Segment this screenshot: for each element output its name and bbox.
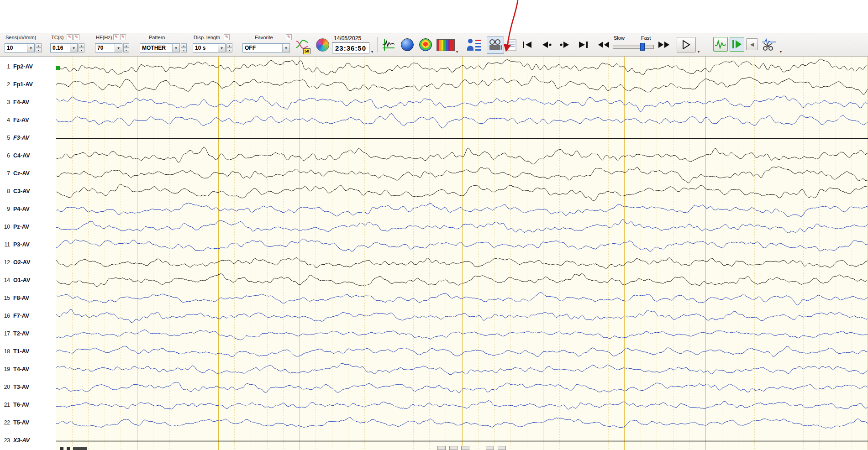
favorite-combobox[interactable]: OFF ▾ [242,43,290,52]
channel-row[interactable]: 11 P3-AV [0,241,54,248]
channel-label[interactable]: O1-AV [13,277,30,283]
channel-label[interactable]: O2-AV [13,259,30,266]
play-dropdown-icon[interactable]: ▾ [698,50,700,54]
skip-to-start-button[interactable] [521,39,534,51]
channel-label[interactable]: P4-AV [13,206,30,212]
speed-slider-track[interactable] [613,45,654,49]
channel-label[interactable]: T1-AV [13,348,29,355]
tc-edit2-icon[interactable]: ✎ [74,34,79,40]
hf-combobox[interactable]: 70 ▾ [95,43,122,52]
prev-page-button[interactable]: ◀ [746,38,758,50]
eeg-trace-area[interactable] [56,56,868,450]
channel-label[interactable]: Pz-AV [13,224,29,230]
brain-map-blue-icon[interactable] [401,38,414,51]
channel-row[interactable]: 7 Cz-AV [0,170,54,177]
channel-label[interactable]: C4-AV [13,152,30,159]
spectrogram-button[interactable] [437,39,455,51]
video-button[interactable] [487,37,504,54]
channel-row[interactable]: 2 Fp1-AV [0,81,54,88]
channel-label[interactable]: T2-AV [13,330,29,337]
event-marker-button[interactable] [506,38,518,52]
channel-row[interactable]: 17 T2-AV [0,330,54,337]
spin-up-icon[interactable]: ▲ [123,43,129,48]
channel-row[interactable]: 8 C3-AV [0,188,54,195]
channel-label[interactable]: F4-AV [13,99,29,105]
channel-row[interactable]: 23 X3-AV [0,437,54,444]
channel-label[interactable]: T3-AV [13,384,29,390]
channel-row[interactable]: 5 F3-AV [0,134,54,141]
channel-row[interactable]: 3 F4-AV [0,99,54,106]
bottom-widget[interactable] [437,446,446,450]
chevron-down-icon[interactable]: ▾ [70,44,77,52]
channel-label[interactable]: F3-AV [13,135,29,141]
tc-combobox[interactable]: 0.16 ▾ [50,43,78,52]
play-button[interactable] [677,37,696,52]
live-monitor-button[interactable] [730,37,744,52]
chevron-down-icon[interactable]: ▾ [115,44,122,52]
channel-row[interactable]: 9 P4-AV [0,205,54,213]
channel-label[interactable]: Fp1-AV [13,81,33,88]
tc-stepper[interactable]: ▲ ▼ [79,43,84,52]
time-dropdown-icon[interactable]: ▾ [371,50,373,54]
channel-row[interactable]: 4 Fz-AV [0,116,54,124]
channel-row[interactable]: 1 Fp2-AV [0,63,54,70]
channel-label[interactable]: T4-AV [13,366,29,372]
hf-stepper[interactable]: ▲ ▼ [123,43,129,52]
channel-label[interactable]: Cz-AV [13,170,30,177]
channel-row[interactable]: 22 T5-AV [0,419,54,426]
notch-50-badge[interactable]: 50 [303,48,310,54]
channel-row[interactable]: 10 Pz-AV [0,223,54,230]
chevron-down-icon[interactable]: ▾ [172,44,179,52]
channel-label[interactable]: T6-AV [13,402,29,408]
bottom-widget[interactable] [449,446,458,450]
channel-label[interactable]: X3-AV [13,437,30,444]
fast-rewind-button[interactable] [596,39,611,51]
disp-length-edit-icon[interactable]: ✎ [224,34,230,40]
favorite-edit-icon[interactable]: ✎ [286,34,292,40]
patient-info-button[interactable] [466,37,483,52]
skip-to-end-button[interactable] [576,39,590,51]
tc-edit-icon[interactable]: ✎ [67,34,73,40]
spin-up-icon[interactable]: ▲ [36,43,42,48]
step-back-button[interactable] [540,39,553,51]
bottom-widget[interactable] [461,446,469,450]
spin-down-icon[interactable]: ▼ [123,48,129,52]
chevron-down-icon[interactable]: ▾ [27,44,34,52]
pattern-stepper[interactable]: ▲ ▼ [181,43,187,52]
bottom-widget[interactable] [498,446,506,450]
spin-down-icon[interactable]: ▼ [226,48,232,52]
channel-label[interactable]: T5-AV [13,419,29,426]
spin-down-icon[interactable]: ▼ [181,48,187,52]
disp-length-stepper[interactable]: ▲ ▼ [226,43,232,52]
channel-label[interactable]: F7-AV [13,313,29,319]
chevron-down-icon[interactable]: ▾ [218,44,225,52]
channel-row[interactable]: 18 T1-AV [0,348,54,355]
pattern-combobox[interactable]: MOTHER ▾ [140,43,180,52]
channel-label[interactable]: Fz-AV [13,117,29,123]
channel-row[interactable]: 21 T6-AV [0,401,54,408]
disp-length-combobox[interactable]: 10 s ▾ [193,43,226,52]
spin-up-icon[interactable]: ▲ [181,43,187,48]
review-wave-button[interactable] [713,37,728,52]
channel-row[interactable]: 14 O1-AV [0,277,54,284]
bottom-widget[interactable] [486,446,494,450]
spectrogram-dropdown-icon[interactable]: ▾ [456,50,458,54]
channel-row[interactable]: 19 T4-AV [0,366,54,373]
hf-edit-icon[interactable]: ✎ [113,34,119,40]
step-forward-button[interactable] [558,39,572,51]
channel-row[interactable]: 12 O2-AV [0,259,54,266]
channel-row[interactable]: 6 C4-AV [0,152,54,159]
spin-down-icon[interactable]: ▼ [36,48,42,52]
channel-label[interactable]: P3-AV [13,241,30,248]
channel-label[interactable]: C3-AV [13,188,30,194]
sens-stepper[interactable]: ▲ ▼ [36,43,42,52]
time-display[interactable]: 23:36:50 [332,42,369,53]
channel-label[interactable]: F8-AV [13,295,29,301]
brain-map-topo-icon[interactable] [419,38,432,51]
map-settings-icon[interactable] [316,38,329,52]
fast-forward-button[interactable] [657,39,671,51]
montage-wave-button[interactable] [381,37,396,52]
spin-up-icon[interactable]: ▲ [226,43,232,48]
clip-tool-button[interactable] [760,36,778,53]
hf-edit2-icon[interactable]: ✎ [120,34,126,40]
